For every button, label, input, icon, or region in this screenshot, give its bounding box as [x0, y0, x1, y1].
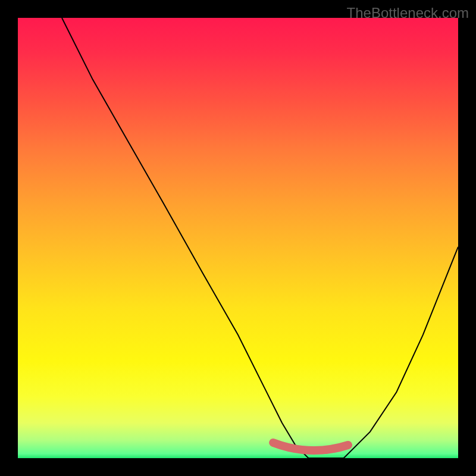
watermark-text: TheBottleneck.com: [347, 5, 469, 21]
highlight-segment: [273, 443, 348, 450]
bottleneck-curve: [62, 18, 458, 458]
plot-area: [18, 18, 458, 458]
curve-svg: [18, 18, 458, 458]
